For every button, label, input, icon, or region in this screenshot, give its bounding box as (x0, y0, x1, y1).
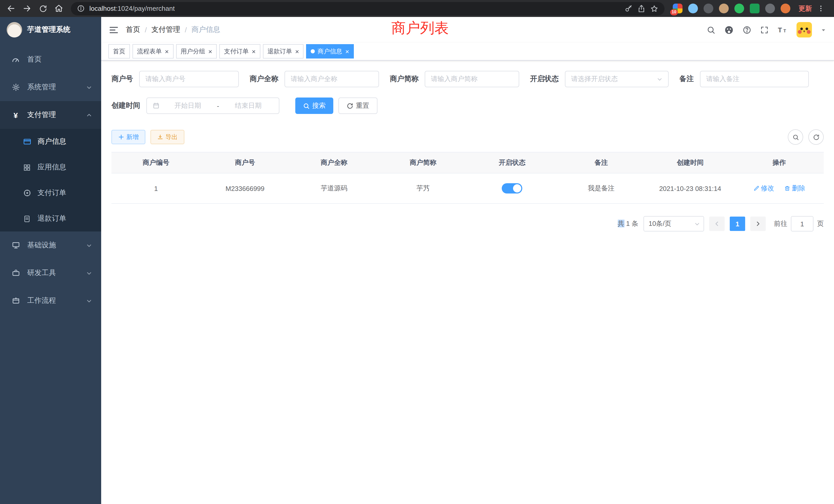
extension-avatar-icon[interactable] (719, 4, 729, 13)
cell-merchant-short: 芋艿 (378, 173, 467, 204)
address-bar[interactable]: localhost:1024/pay/merchant (71, 2, 664, 15)
merchant-name-input[interactable]: 请输入商户全称 (285, 71, 379, 87)
sidebar-item-label: 退款订单 (38, 214, 101, 223)
back-icon[interactable] (4, 2, 18, 16)
close-icon[interactable]: × (295, 48, 299, 55)
page-number-button[interactable]: 1 (730, 216, 745, 231)
sidebar-item-pay-orders[interactable]: 支付订单 (0, 180, 101, 206)
url-path: :1024/pay/merchant (116, 5, 175, 12)
extension-green-circle-icon[interactable] (734, 4, 744, 13)
refresh-button[interactable] (808, 129, 824, 145)
breadcrumb-payment[interactable]: 支付管理 (152, 25, 180, 35)
site-info-icon[interactable] (77, 5, 85, 12)
sidebar-item-label: 支付订单 (38, 188, 101, 198)
forward-icon[interactable] (20, 2, 34, 16)
chevron-up-icon (86, 112, 92, 118)
tab-home[interactable]: 首页 (108, 44, 130, 59)
extension-dark-icon[interactable] (704, 4, 713, 13)
password-key-icon[interactable] (624, 4, 633, 13)
sidebar-item-infrastructure[interactable]: 基础设施 (0, 231, 101, 259)
status-select[interactable]: 请选择开启状态 (565, 71, 668, 87)
home-icon[interactable] (52, 2, 66, 16)
goto-page-input[interactable]: 1 (791, 216, 813, 231)
sidebar-item-label: 基础设施 (27, 241, 79, 250)
help-icon[interactable] (743, 25, 751, 34)
close-icon[interactable]: × (251, 48, 256, 55)
cell-remark: 我是备注 (557, 173, 646, 204)
sidebar-item-label: 支付管理 (27, 110, 79, 120)
merchant-short-input[interactable]: 请输入商户简称 (425, 71, 519, 87)
close-icon[interactable]: × (165, 48, 169, 55)
credit-card-icon (23, 138, 31, 146)
tab-user-group[interactable]: 用户分组 × (176, 44, 217, 59)
chevron-down-icon (86, 85, 92, 90)
sidebar-toggle-icon[interactable] (109, 25, 118, 35)
app-logo[interactable]: 芋道管理系统 (0, 17, 101, 43)
extension-green-square-icon[interactable] (750, 4, 760, 13)
fullscreen-icon[interactable] (760, 25, 769, 34)
close-icon[interactable]: × (345, 48, 349, 55)
tab-refund-orders[interactable]: 退款订单 × (263, 44, 304, 59)
tags-view: 首页 流程表单 × 用户分组 × 支付订单 × 退款订单 × (101, 43, 834, 61)
remark-input[interactable]: 请输入备注 (700, 71, 809, 87)
grid-icon (23, 163, 31, 171)
sidebar-item-merchant-info[interactable]: 商户信息 (0, 129, 101, 155)
export-button[interactable]: 导出 (151, 130, 184, 144)
sidebar-item-payment[interactable]: ¥ 支付管理 (0, 101, 101, 129)
font-size-icon[interactable]: TT (777, 25, 788, 34)
extension-drop-icon[interactable] (688, 4, 698, 13)
tab-merchant-info[interactable]: 商户信息 × (306, 44, 354, 59)
share-icon[interactable] (637, 4, 645, 13)
status-toggle[interactable] (502, 183, 522, 193)
column-header: 备注 (557, 152, 646, 173)
end-date-placeholder: 结束日期 (223, 101, 273, 110)
top-navbar: 首页 / 支付管理 / 商户信息 (101, 17, 834, 43)
page-content: 商户号 请输入商户号 商户全称 请输入商户全称 商户简称 (101, 61, 834, 231)
search-icon[interactable] (707, 25, 716, 34)
extension-badge: 10 (670, 9, 678, 16)
sidebar-item-label: 系统管理 (27, 83, 79, 92)
column-header: 商户简称 (378, 152, 467, 173)
create-time-label: 创建时间 (111, 101, 140, 110)
delete-link[interactable]: 删除 (784, 184, 805, 193)
reload-icon[interactable] (36, 2, 50, 16)
close-icon[interactable]: × (208, 48, 212, 55)
edit-link[interactable]: 修改 (753, 184, 774, 193)
sidebar-item-home[interactable]: 首页 (0, 46, 101, 73)
filter-row-1: 商户号 请输入商户号 商户全称 请输入商户全称 商户简称 (111, 71, 824, 87)
sidebar-item-refund-orders[interactable]: 退款订单 (0, 206, 101, 231)
add-button[interactable]: 新增 (111, 130, 145, 144)
breadcrumb-home[interactable]: 首页 (126, 25, 140, 35)
target-icon (23, 189, 31, 197)
sidebar-item-dev-tools[interactable]: 研发工具 (0, 259, 101, 287)
sidebar-item-system[interactable]: 系统管理 (0, 73, 101, 101)
tab-process-form[interactable]: 流程表单 × (132, 44, 173, 59)
merchant-no-input[interactable]: 请输入商户号 (139, 71, 239, 87)
add-button-label: 新增 (126, 133, 139, 141)
start-date-placeholder: 开始日期 (163, 101, 213, 110)
github-icon[interactable] (724, 25, 734, 35)
prev-page-button[interactable] (709, 216, 725, 231)
extension-puzzle-icon[interactable] (765, 4, 775, 13)
chrome-update-button[interactable]: 更新 (798, 4, 812, 13)
extension-profile-icon[interactable] (781, 4, 790, 13)
reset-button[interactable]: 重置 (338, 97, 377, 114)
sidebar-item-app-info[interactable]: 应用信息 (0, 155, 101, 180)
date-range-picker[interactable]: 开始日期 - 结束日期 (146, 97, 279, 114)
toggle-search-button[interactable] (788, 129, 803, 145)
extension-grid-icon[interactable]: 10 (673, 4, 682, 13)
tab-pay-orders[interactable]: 支付订单 × (219, 44, 260, 59)
browser-menu-icon[interactable] (814, 2, 828, 16)
bookmark-star-icon[interactable] (650, 4, 658, 13)
table-toolbar: 新增 导出 (111, 129, 824, 145)
next-page-button[interactable] (750, 216, 766, 231)
user-avatar[interactable] (796, 22, 812, 38)
search-button[interactable]: 搜索 (295, 97, 333, 114)
column-header: 商户号 (200, 152, 290, 173)
sidebar-item-workflow[interactable]: 工作流程 (0, 287, 101, 315)
page-size-select[interactable]: 10条/页 (643, 216, 704, 231)
caret-down-icon[interactable] (821, 27, 826, 32)
merchant-table: 商户编号 商户号 商户全称 商户简称 开启状态 备注 创建时间 操作 1 (111, 152, 824, 204)
chevron-down-icon (657, 76, 662, 82)
table-row: 1 M233666999 芋道源码 芋艿 我是备注 2021-10-23 08:… (111, 173, 824, 204)
